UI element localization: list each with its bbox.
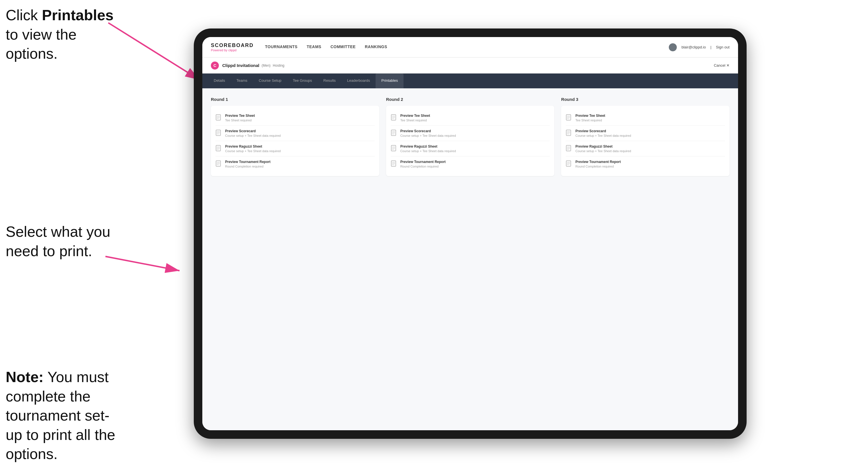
- tab-results[interactable]: Results: [318, 73, 341, 88]
- tab-course-setup[interactable]: Course Setup: [253, 73, 287, 88]
- round-1-section: Round 1: [211, 97, 379, 176]
- round-2-card: Preview Tee Sheet Tee Sheet required Pre…: [386, 106, 555, 176]
- round-1-scorecard-text: Preview Scorecard Course setup + Tee She…: [225, 129, 281, 137]
- round-2-scorecard[interactable]: Preview Scorecard Course setup + Tee She…: [391, 126, 550, 141]
- top-nav-links: TOURNAMENTS TEAMS COMMITTEE RANKINGS: [265, 44, 669, 50]
- tab-leaderboards[interactable]: Leaderboards: [341, 73, 376, 88]
- r3-raguzzi-icon: [566, 145, 572, 152]
- r2-tee-sheet-icon: [391, 114, 397, 122]
- round-1-tournament-report-subtitle: Round Completion required: [225, 165, 271, 168]
- tab-printables[interactable]: Printables: [376, 73, 404, 88]
- round-3-tournament-report-text: Preview Tournament Report Round Completi…: [575, 160, 621, 168]
- tournament-status: Hosting: [273, 64, 284, 67]
- annotation-top-text: Click Printables to view the options.: [6, 7, 114, 62]
- tab-teams[interactable]: Teams: [231, 73, 253, 88]
- user-avatar: [669, 43, 677, 51]
- tab-details[interactable]: Details: [208, 73, 231, 88]
- top-nav: SCOREBOARD Powered by clippd TOURNAMENTS…: [202, 37, 738, 58]
- round-3-scorecard[interactable]: Preview Scorecard Course setup + Tee She…: [566, 126, 725, 141]
- round-1-tee-sheet-title: Preview Tee Sheet: [225, 114, 255, 118]
- r2-raguzzi-icon: [391, 145, 397, 152]
- round-3-title: Round 3: [561, 97, 730, 102]
- tournament-tag: (Men): [261, 64, 271, 67]
- separator: |: [710, 45, 711, 49]
- annotation-top: Click Printables to view the options.: [6, 6, 114, 64]
- round-2-tee-sheet-text: Preview Tee Sheet Tee Sheet required: [400, 114, 430, 122]
- tournament-header: C Clippd Invitational (Men) Hosting Canc…: [202, 58, 738, 73]
- tablet-device: SCOREBOARD Powered by clippd TOURNAMENTS…: [194, 29, 747, 439]
- scorecard-icon: [215, 130, 222, 137]
- note-bold: Note:: [6, 369, 43, 385]
- round-1-scorecard-subtitle: Course setup + Tee Sheet data required: [225, 134, 281, 137]
- main-content: Round 1: [202, 88, 738, 430]
- tablet-screen: SCOREBOARD Powered by clippd TOURNAMENTS…: [202, 37, 738, 430]
- raguzzi-icon: [215, 145, 222, 152]
- round-3-tournament-report[interactable]: Preview Tournament Report Round Completi…: [566, 156, 725, 172]
- round-3-tee-sheet[interactable]: Preview Tee Sheet Tee Sheet required: [566, 110, 725, 126]
- tab-tee-groups[interactable]: Tee Groups: [287, 73, 318, 88]
- round-1-tournament-report-text: Preview Tournament Report Round Completi…: [225, 160, 271, 168]
- round-2-raguzzi-text: Preview Raguzzi Sheet Course setup + Tee…: [400, 145, 456, 153]
- round-3-tee-sheet-text: Preview Tee Sheet Tee Sheet required: [575, 114, 605, 122]
- round-3-scorecard-text: Preview Scorecard Course setup + Tee She…: [575, 129, 631, 137]
- round-2-tournament-report[interactable]: Preview Tournament Report Round Completi…: [391, 156, 550, 172]
- tournament-logo-letter: C: [213, 63, 216, 68]
- round-2-tournament-report-text: Preview Tournament Report Round Completi…: [400, 160, 446, 168]
- tournament-logo: C: [211, 62, 219, 69]
- tee-sheet-icon: [215, 114, 222, 122]
- round-1-tournament-report-title: Preview Tournament Report: [225, 160, 271, 164]
- round-1-tee-sheet[interactable]: Preview Tee Sheet Tee Sheet required: [215, 110, 375, 126]
- annotation-bottom: Note: You must complete the tournament s…: [6, 368, 125, 464]
- round-1-title: Round 1: [211, 97, 379, 102]
- round-3-raguzzi-text: Preview Raguzzi Sheet Course setup + Tee…: [575, 145, 631, 153]
- round-2-section: Round 2 Preview Tee Sheet Tee Sheet requ…: [386, 97, 555, 176]
- round-1-scorecard[interactable]: Preview Scorecard Course setup + Tee She…: [215, 126, 375, 141]
- logo-area: SCOREBOARD Powered by clippd: [211, 42, 254, 52]
- sign-out-link[interactable]: Sign out: [716, 45, 730, 49]
- round-2-title: Round 2: [386, 97, 555, 102]
- annotation-middle: Select what you need to print.: [6, 222, 114, 261]
- round-3-raguzzi[interactable]: Preview Raguzzi Sheet Course setup + Tee…: [566, 141, 725, 156]
- annotation-bottom-text: Note: You must complete the tournament s…: [6, 369, 115, 462]
- r3-scorecard-icon: [566, 130, 572, 137]
- tab-bar: Details Teams Course Setup Tee Groups Re…: [202, 73, 738, 88]
- round-3-section: Round 3 Preview Tee Sheet Tee Sheet requ…: [561, 97, 730, 176]
- printables-bold: Printables: [42, 7, 114, 23]
- round-3-card: Preview Tee Sheet Tee Sheet required Pre…: [561, 106, 730, 176]
- r3-tournament-report-icon: [566, 160, 572, 168]
- round-1-tee-sheet-text: Preview Tee Sheet Tee Sheet required: [225, 114, 255, 122]
- tournament-name: Clippd Invitational: [222, 63, 259, 68]
- nav-committee[interactable]: COMMITTEE: [331, 44, 356, 50]
- cancel-button[interactable]: Cancel ✕: [714, 63, 730, 67]
- r3-tee-sheet-icon: [566, 114, 572, 122]
- nav-tournaments[interactable]: TOURNAMENTS: [265, 44, 298, 50]
- logo-sub: Powered by clippd: [211, 49, 254, 52]
- round-1-raguzzi-text: Preview Raguzzi Sheet Course setup + Tee…: [225, 145, 281, 153]
- nav-teams[interactable]: TEAMS: [307, 44, 321, 50]
- round-1-raguzzi-subtitle: Course setup + Tee Sheet data required: [225, 149, 281, 153]
- r2-scorecard-icon: [391, 130, 397, 137]
- round-2-tee-sheet[interactable]: Preview Tee Sheet Tee Sheet required: [391, 110, 550, 126]
- r2-tournament-report-icon: [391, 160, 397, 168]
- round-1-tee-sheet-subtitle: Tee Sheet required: [225, 119, 255, 122]
- tournament-report-icon: [215, 160, 222, 168]
- nav-rankings[interactable]: RANKINGS: [365, 44, 387, 50]
- rounds-grid: Round 1: [211, 97, 730, 176]
- user-email: blair@clippd.io: [681, 45, 706, 49]
- round-1-raguzzi[interactable]: Preview Raguzzi Sheet Course setup + Tee…: [215, 141, 375, 156]
- round-1-card: Preview Tee Sheet Tee Sheet required: [211, 106, 379, 176]
- round-2-scorecard-text: Preview Scorecard Course setup + Tee She…: [400, 129, 456, 137]
- round-1-tournament-report[interactable]: Preview Tournament Report Round Completi…: [215, 156, 375, 172]
- top-nav-right: blair@clippd.io | Sign out: [669, 43, 730, 51]
- logo-scoreboard: SCOREBOARD: [211, 42, 254, 49]
- round-2-raguzzi[interactable]: Preview Raguzzi Sheet Course setup + Tee…: [391, 141, 550, 156]
- annotation-middle-text: Select what you need to print.: [6, 223, 110, 259]
- round-1-raguzzi-title: Preview Raguzzi Sheet: [225, 145, 281, 149]
- round-1-scorecard-title: Preview Scorecard: [225, 129, 281, 133]
